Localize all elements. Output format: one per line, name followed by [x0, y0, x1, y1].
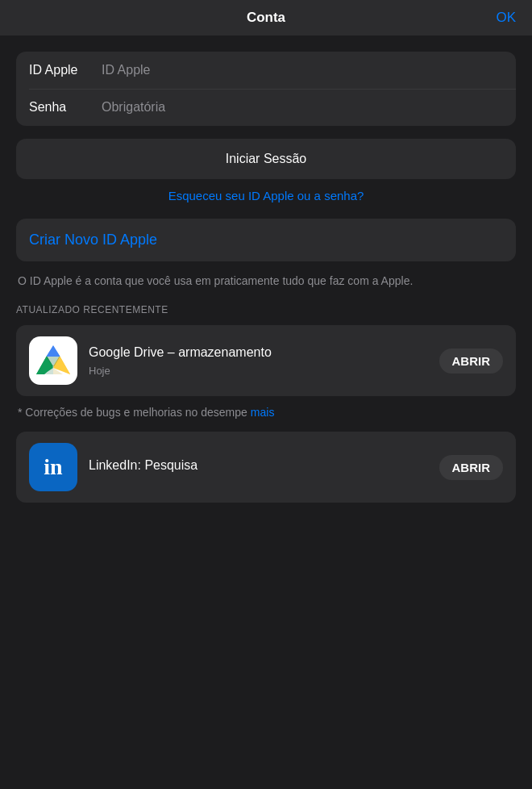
linkedin-info: LinkedIn: Pesquisa: [89, 457, 428, 478]
google-drive-info: Google Drive – armazenamento Hoje: [89, 344, 428, 377]
password-input[interactable]: [102, 100, 503, 115]
apple-id-row: ID Apple: [16, 52, 516, 89]
forgot-link[interactable]: Esqueceu seu ID Apple ou a senha?: [16, 189, 516, 202]
password-row: Senha: [16, 89, 516, 126]
create-apple-id-button[interactable]: Criar Novo ID Apple: [16, 219, 516, 261]
login-card: ID Apple Senha: [16, 52, 516, 126]
update-notes-text: * Correções de bugs e melhorias no desem…: [18, 406, 247, 419]
linkedin-logo-text: in: [44, 454, 62, 480]
update-notes: * Correções de bugs e melhorias no desem…: [16, 406, 516, 419]
google-drive-app-card: Google Drive – armazenamento Hoje ABRIR: [16, 325, 516, 396]
apple-id-label: ID Apple: [29, 63, 102, 77]
ok-button[interactable]: OK: [496, 10, 516, 26]
sign-in-button[interactable]: Iniciar Sessão: [16, 139, 516, 179]
update-notes-more-link[interactable]: mais: [251, 406, 275, 419]
linkedin-name: LinkedIn: Pesquisa: [89, 457, 428, 474]
linkedin-icon: in: [29, 443, 77, 491]
linkedin-open-button[interactable]: ABRIR: [439, 455, 504, 480]
page-title: Conta: [247, 10, 285, 26]
apple-id-input[interactable]: [102, 63, 503, 77]
google-drive-name: Google Drive – armazenamento: [89, 344, 428, 361]
password-label: Senha: [29, 100, 102, 115]
description-text: O ID Apple é a conta que você usa em pra…: [16, 273, 516, 290]
main-content: ID Apple Senha Iniciar Sessão Esqueceu s…: [0, 35, 532, 503]
top-bar: Conta OK: [0, 0, 532, 35]
recently-updated-header: ATUALIZADO RECENTEMENTE: [16, 304, 516, 315]
google-drive-open-button[interactable]: ABRIR: [439, 349, 504, 374]
google-drive-icon: [29, 336, 77, 385]
google-drive-date: Hoje: [89, 365, 428, 377]
linkedin-app-card: in LinkedIn: Pesquisa ABRIR: [16, 432, 516, 503]
